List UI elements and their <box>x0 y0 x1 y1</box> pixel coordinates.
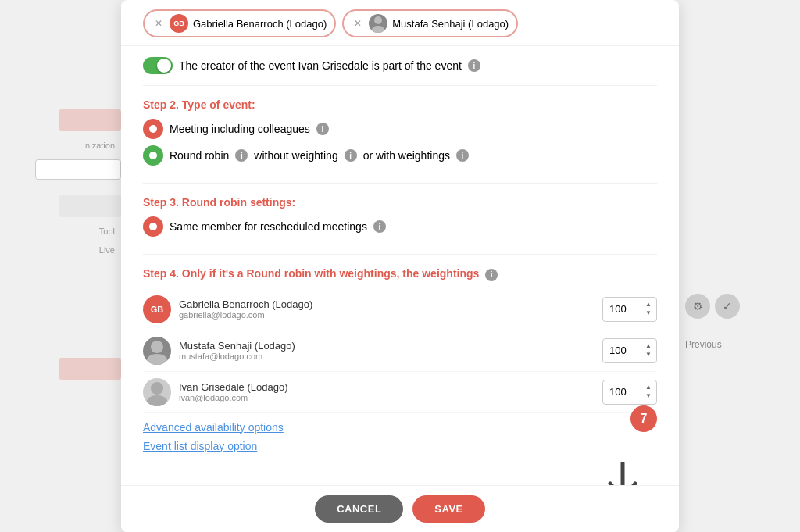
avatar-ig-step4 <box>143 378 171 406</box>
person-info-gb: Gabriella Benarroch (Lodago) gabriella@l… <box>179 298 595 320</box>
tag-gb-label: Gabriella Benarroch (Lodago) <box>193 18 327 30</box>
spin-down-gb[interactable]: ▼ <box>644 309 653 317</box>
step4-title: Step 4. Only if it's a Round robin with … <box>143 267 657 281</box>
svg-point-0 <box>374 16 382 24</box>
link-section: Advanced availability options Event list… <box>143 413 657 462</box>
avatar-gb: GB <box>170 14 188 33</box>
person-row-gb: GB Gabriella Benarroch (Lodago) gabriell… <box>143 289 657 330</box>
roundrobin-info2-icon[interactable]: i <box>345 149 357 162</box>
person-info-ig: Ivan Grisedale (Lodago) ivan@lodago.com <box>179 381 595 402</box>
sidebar-right-icons: ⚙ ✓ <box>685 294 740 319</box>
step3-title: Step 3. Round robin settings: <box>143 196 657 209</box>
weight-input-ig[interactable]: 100 ▲ ▼ <box>602 380 657 405</box>
person-name-ig: Ivan Grisedale (Lodago) <box>179 381 595 393</box>
spin-down-ms[interactable]: ▼ <box>644 351 653 359</box>
sidebar-left-label3: Live <box>43 245 121 255</box>
person-row-ig: Ivan Grisedale (Lodago) ivan@lodago.com … <box>143 372 657 413</box>
creator-row: The creator of the event Ivan Grisedale … <box>143 46 657 82</box>
spin-up-ms[interactable]: ▲ <box>644 342 653 350</box>
cancel-button[interactable]: CANCEL <box>315 495 403 523</box>
svg-point-1 <box>372 26 384 33</box>
radio-roundrobin-label: Round robin <box>170 149 229 162</box>
sidebar-right-previous[interactable]: Previous <box>685 337 722 350</box>
person-name-ms: Mustafa Senhaji (Lodago) <box>179 340 595 352</box>
divider3 <box>143 254 657 255</box>
modal: ✕ GB Gabriella Benarroch (Lodago) ✕ Must… <box>121 0 679 532</box>
sidebar-left: nization Tool Live <box>0 0 121 532</box>
step-badge: 7 <box>630 405 657 432</box>
divider2 <box>143 183 657 184</box>
spin-up-gb[interactable]: ▲ <box>644 301 653 309</box>
modal-body: The creator of the event Ivan Grisedale … <box>121 46 679 485</box>
roundrobin-label2: without weighting <box>254 149 338 162</box>
radio-same-member-label: Same member for rescheduled meetings <box>170 220 367 233</box>
divider1 <box>143 85 657 86</box>
svg-point-3 <box>147 354 167 365</box>
avatar-ms-step4 <box>143 337 171 365</box>
weight-value-gb: 100 <box>609 303 627 315</box>
tag-ms: ✕ Mustafa Senhaji (Lodago) <box>342 9 518 37</box>
meeting-info-icon[interactable]: i <box>316 123 329 135</box>
check-icon: ✓ <box>715 294 740 319</box>
roundrobin-label3: or with weightings <box>363 149 450 162</box>
svg-point-5 <box>147 395 167 406</box>
sidebar-left-label2: Tool <box>43 227 121 236</box>
creator-info-icon[interactable]: i <box>468 59 480 72</box>
step2-title: Step 2. Type of event: <box>143 98 657 111</box>
spacer2 <box>143 243 657 251</box>
person-email-ig: ivan@lodago.com <box>179 393 595 402</box>
roundrobin-info3-icon[interactable]: i <box>456 149 469 162</box>
sidebar-left-item <box>59 195 121 217</box>
roundrobin-info1-icon[interactable]: i <box>235 149 248 162</box>
weight-spinners-gb: ▲ ▼ <box>644 301 653 317</box>
link-eventlist[interactable]: Event list display option <box>143 440 657 452</box>
tags-row: ✕ GB Gabriella Benarroch (Lodago) ✕ Must… <box>121 0 679 46</box>
gear-icon: ⚙ <box>685 294 710 319</box>
weight-value-ms: 100 <box>609 345 627 356</box>
arrow-container <box>143 462 657 486</box>
creator-toggle[interactable] <box>143 57 173 74</box>
sidebar-left-btn2 <box>59 358 121 380</box>
weight-spinners-ms: ▲ ▼ <box>644 342 653 359</box>
avatar-gb-step4: GB <box>143 295 171 323</box>
person-email-ms: mustafa@lodago.com <box>179 352 595 361</box>
avatar-ms <box>369 14 388 33</box>
sidebar-left-btn1 <box>59 109 121 131</box>
radio-roundrobin-circle <box>143 145 163 166</box>
tag-close-ms[interactable]: ✕ <box>352 17 364 30</box>
svg-point-4 <box>151 382 163 395</box>
tag-gb: ✕ GB Gabriella Benarroch (Lodago) <box>143 9 336 37</box>
spin-up-ig[interactable]: ▲ <box>644 384 653 391</box>
tag-ms-label: Mustafa Senhaji (Lodago) <box>392 18 509 30</box>
person-name-gb: Gabriella Benarroch (Lodago) <box>179 298 595 310</box>
save-button[interactable]: SAVE <box>412 495 484 523</box>
spacer1 <box>143 172 657 180</box>
person-info-ms: Mustafa Senhaji (Lodago) mustafa@lodago.… <box>179 340 595 361</box>
radio-roundrobin[interactable]: Round robin i without weighting i or wit… <box>143 145 657 166</box>
radio-same-member[interactable]: Same member for rescheduled meetings i <box>143 216 657 237</box>
person-email-gb: gabriella@lodago.com <box>179 310 595 320</box>
arrow-down-icon <box>604 462 641 486</box>
weight-spinners-ig: ▲ ▼ <box>644 384 653 400</box>
step4-info-icon[interactable]: i <box>485 269 498 281</box>
person-row-ms: Mustafa Senhaji (Lodago) mustafa@lodago.… <box>143 330 657 372</box>
same-member-info-icon[interactable]: i <box>373 220 386 233</box>
modal-footer: CANCEL SAVE <box>121 485 679 532</box>
radio-meeting[interactable]: Meeting including colleagues i <box>143 119 657 139</box>
weight-value-ig: 100 <box>609 386 627 398</box>
radio-meeting-label: Meeting including colleagues <box>170 123 310 135</box>
svg-point-2 <box>151 341 163 353</box>
link-advanced[interactable]: Advanced availability options <box>143 421 657 434</box>
sidebar-left-input1 <box>35 159 121 180</box>
tag-close-gb[interactable]: ✕ <box>152 17 165 30</box>
weight-input-gb[interactable]: 100 ▲ ▼ <box>602 297 657 322</box>
sidebar-right: ⚙ ✓ Previous <box>679 0 800 532</box>
previous-label: Previous <box>685 339 722 350</box>
creator-text: The creator of the event Ivan Grisedale … <box>179 59 462 72</box>
weight-input-ms[interactable]: 100 ▲ ▼ <box>602 338 657 363</box>
sidebar-left-label1: nization <box>43 141 121 150</box>
radio-meeting-circle <box>143 119 163 139</box>
spin-down-ig[interactable]: ▼ <box>644 392 653 400</box>
radio-same-member-circle <box>143 216 163 237</box>
toggle-thumb <box>157 59 171 73</box>
